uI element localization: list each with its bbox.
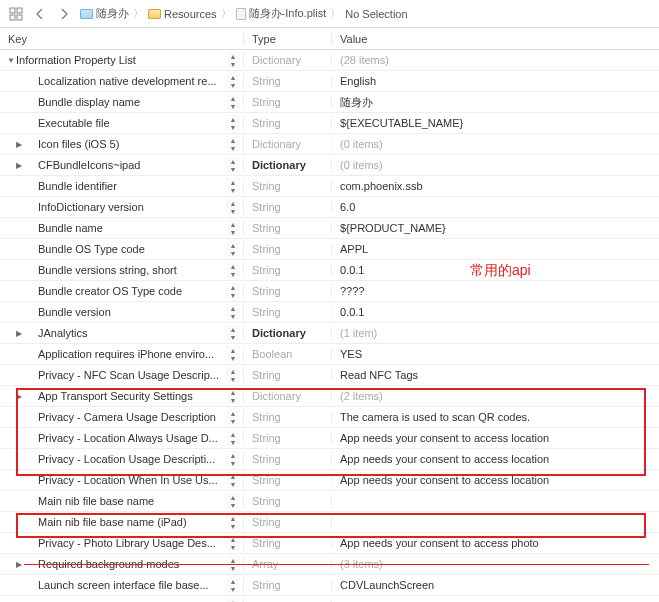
table-row[interactable]: ▶JAnalytics▲▼Dictionary(1 item) xyxy=(0,323,659,344)
key-cell[interactable]: Localization native development re...▲▼ xyxy=(0,73,244,89)
key-cell[interactable]: Privacy - Photo Library Usage Des...▲▼ xyxy=(0,535,244,551)
stepper-down-icon[interactable]: ▼ xyxy=(226,270,240,278)
type-cell[interactable]: String xyxy=(244,369,332,381)
key-cell[interactable]: ▶App Transport Security Settings▲▼ xyxy=(0,388,244,404)
key-stepper[interactable]: ▲▼ xyxy=(226,325,240,341)
type-cell[interactable]: String xyxy=(244,243,332,255)
header-value[interactable]: Value xyxy=(332,33,659,45)
forward-button[interactable] xyxy=(54,4,74,24)
stepper-down-icon[interactable]: ▼ xyxy=(226,354,240,362)
key-cell[interactable]: Application requires iPhone enviro...▲▼ xyxy=(0,346,244,362)
key-stepper[interactable]: ▲▼ xyxy=(226,493,240,509)
table-row[interactable]: Bundle versions string, short▲▼String0.0… xyxy=(0,260,659,281)
table-row[interactable]: Privacy - Location Always Usage D...▲▼St… xyxy=(0,428,659,449)
stepper-up-icon[interactable]: ▲ xyxy=(226,430,240,438)
stepper-up-icon[interactable]: ▲ xyxy=(226,73,240,81)
value-cell[interactable]: ${PRODUCT_NAME} xyxy=(332,222,659,234)
key-cell[interactable]: Executable file▲▼ xyxy=(0,115,244,131)
table-row[interactable]: ▶Required background modes▲▼Array(3 item… xyxy=(0,554,659,575)
type-cell[interactable]: Dictionary xyxy=(244,138,332,150)
type-cell[interactable]: String xyxy=(244,453,332,465)
stepper-down-icon[interactable]: ▼ xyxy=(226,165,240,173)
table-row[interactable]: ▼Information Property List▲▼Dictionary(2… xyxy=(0,50,659,71)
stepper-up-icon[interactable]: ▲ xyxy=(226,367,240,375)
stepper-up-icon[interactable]: ▲ xyxy=(226,304,240,312)
value-cell[interactable]: 6.0 xyxy=(332,201,659,213)
value-cell[interactable]: 随身办 xyxy=(332,95,659,110)
type-cell[interactable]: Dictionary xyxy=(244,390,332,402)
value-cell[interactable]: (3 items) xyxy=(332,558,659,570)
key-cell[interactable]: ▼Information Property List▲▼ xyxy=(0,52,244,68)
value-cell[interactable]: 0.0.1 xyxy=(332,306,659,318)
type-cell[interactable]: String xyxy=(244,516,332,528)
key-stepper[interactable]: ▲▼ xyxy=(226,220,240,236)
value-cell[interactable]: English xyxy=(332,75,659,87)
key-stepper[interactable]: ▲▼ xyxy=(226,115,240,131)
stepper-up-icon[interactable]: ▲ xyxy=(226,451,240,459)
key-stepper[interactable]: ▲▼ xyxy=(226,157,240,173)
key-cell[interactable]: ▶CFBundleIcons~ipad▲▼ xyxy=(0,157,244,173)
value-cell[interactable]: ???? xyxy=(332,285,659,297)
type-cell[interactable]: String xyxy=(244,495,332,507)
table-row[interactable]: Localization native development re...▲▼S… xyxy=(0,71,659,92)
stepper-down-icon[interactable]: ▼ xyxy=(226,417,240,425)
stepper-down-icon[interactable]: ▼ xyxy=(226,228,240,236)
crumb-file[interactable]: 随身办-Info.plist xyxy=(234,6,329,21)
key-cell[interactable]: Privacy - Location When In Use Us...▲▼ xyxy=(0,472,244,488)
stepper-down-icon[interactable]: ▼ xyxy=(226,207,240,215)
key-stepper[interactable]: ▲▼ xyxy=(226,304,240,320)
key-cell[interactable]: Bundle version▲▼ xyxy=(0,304,244,320)
type-cell[interactable]: String xyxy=(244,537,332,549)
value-cell[interactable]: App needs your consent to access locatio… xyxy=(332,432,659,444)
key-stepper[interactable]: ▲▼ xyxy=(226,52,240,68)
table-row[interactable]: Bundle OS Type code▲▼StringAPPL xyxy=(0,239,659,260)
stepper-down-icon[interactable]: ▼ xyxy=(226,102,240,110)
stepper-up-icon[interactable]: ▲ xyxy=(226,514,240,522)
crumb-resources[interactable]: Resources xyxy=(146,8,219,20)
stepper-up-icon[interactable]: ▲ xyxy=(226,241,240,249)
table-row[interactable]: Bundle display name▲▼String随身办 xyxy=(0,92,659,113)
table-row[interactable]: UIRequiresFullScreen▲▼BooleanYES xyxy=(0,596,659,602)
stepper-up-icon[interactable]: ▲ xyxy=(226,598,240,602)
stepper-down-icon[interactable]: ▼ xyxy=(226,375,240,383)
stepper-down-icon[interactable]: ▼ xyxy=(226,186,240,194)
key-cell[interactable]: Privacy - NFC Scan Usage Descrip...▲▼ xyxy=(0,367,244,383)
key-cell[interactable]: Privacy - Location Usage Descripti...▲▼ xyxy=(0,451,244,467)
table-row[interactable]: Bundle identifier▲▼Stringcom.phoenix.ssb xyxy=(0,176,659,197)
table-row[interactable]: Bundle name▲▼String${PRODUCT_NAME} xyxy=(0,218,659,239)
value-cell[interactable]: App needs your consent to access photo xyxy=(332,537,659,549)
table-row[interactable]: Application requires iPhone enviro...▲▼B… xyxy=(0,344,659,365)
key-cell[interactable]: Bundle identifier▲▼ xyxy=(0,178,244,194)
key-stepper[interactable]: ▲▼ xyxy=(226,409,240,425)
value-cell[interactable]: APPL xyxy=(332,243,659,255)
key-stepper[interactable]: ▲▼ xyxy=(226,136,240,152)
table-row[interactable]: InfoDictionary version▲▼String6.0 xyxy=(0,197,659,218)
type-cell[interactable]: String xyxy=(244,579,332,591)
stepper-up-icon[interactable]: ▲ xyxy=(226,388,240,396)
key-cell[interactable]: ▶JAnalytics▲▼ xyxy=(0,325,244,341)
crumb-project[interactable]: 随身办 xyxy=(78,6,131,21)
stepper-up-icon[interactable]: ▲ xyxy=(226,178,240,186)
type-cell[interactable]: Dictionary xyxy=(244,54,332,66)
key-cell[interactable]: Bundle display name▲▼ xyxy=(0,94,244,110)
stepper-up-icon[interactable]: ▲ xyxy=(226,493,240,501)
chevron-right-icon[interactable]: ▶ xyxy=(14,161,24,170)
stepper-up-icon[interactable]: ▲ xyxy=(226,346,240,354)
stepper-down-icon[interactable]: ▼ xyxy=(226,60,240,68)
key-stepper[interactable]: ▲▼ xyxy=(226,577,240,593)
stepper-down-icon[interactable]: ▼ xyxy=(226,396,240,404)
type-cell[interactable]: String xyxy=(244,474,332,486)
type-cell[interactable]: Dictionary xyxy=(244,159,332,171)
stepper-up-icon[interactable]: ▲ xyxy=(226,52,240,60)
stepper-up-icon[interactable]: ▲ xyxy=(226,556,240,564)
stepper-up-icon[interactable]: ▲ xyxy=(226,325,240,333)
chevron-right-icon[interactable]: ▶ xyxy=(14,140,24,149)
stepper-up-icon[interactable]: ▲ xyxy=(226,472,240,480)
type-cell[interactable]: String xyxy=(244,264,332,276)
value-cell[interactable]: App needs your consent to access locatio… xyxy=(332,453,659,465)
stepper-up-icon[interactable]: ▲ xyxy=(226,283,240,291)
stepper-up-icon[interactable]: ▲ xyxy=(226,199,240,207)
stepper-down-icon[interactable]: ▼ xyxy=(226,564,240,572)
key-stepper[interactable]: ▲▼ xyxy=(226,451,240,467)
type-cell[interactable]: Array xyxy=(244,558,332,570)
